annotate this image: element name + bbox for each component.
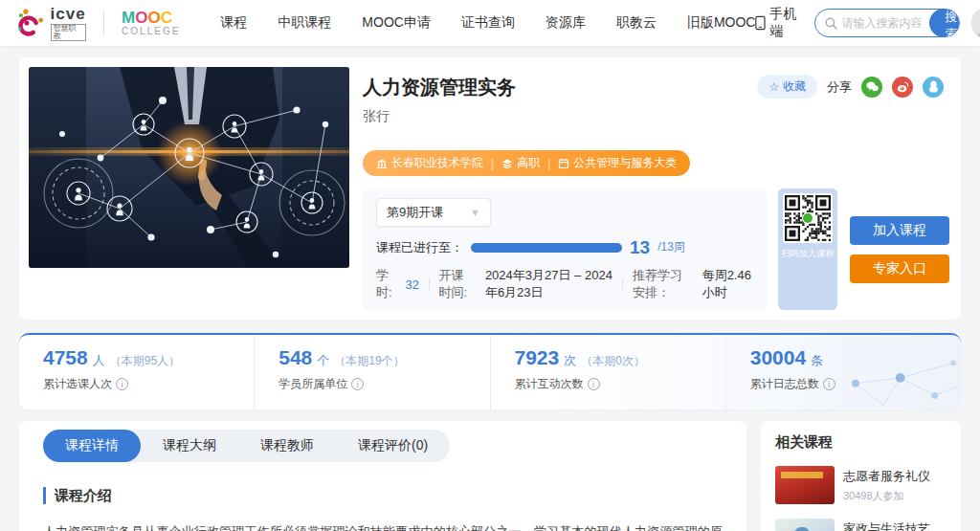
- nav-item-courses[interactable]: 课程: [220, 14, 247, 32]
- mooc-college-subtext: COLLEGE: [122, 27, 180, 36]
- mobile-entry-label: 手机端: [769, 6, 803, 40]
- star-icon: ☆: [768, 80, 779, 94]
- nav-item-mooc-apply[interactable]: MOOC申请: [362, 14, 431, 32]
- expert-entry-button[interactable]: 专家入口: [850, 254, 949, 283]
- info-icon[interactable]: i: [588, 378, 600, 390]
- tab-course-details[interactable]: 课程详情: [43, 430, 141, 462]
- info-icon[interactable]: i: [823, 378, 835, 390]
- icve-logo-icon: [17, 8, 46, 38]
- icve-logo: icve 智慧职教: [17, 6, 86, 41]
- badge-level: 高职: [517, 155, 540, 171]
- course-meta: 学时: 32 开课时间: 2024年3月27日 – 2024年6月23日 推荐学…: [376, 267, 753, 301]
- search-button[interactable]: 搜索: [929, 9, 960, 37]
- icve-logo-text: icve: [51, 6, 87, 22]
- stat-organizations: 548 个 （本期19个） 学员所属单位i: [254, 335, 489, 409]
- course-teacher: 张行: [363, 108, 949, 125]
- join-course-button[interactable]: 加入课程: [850, 216, 949, 245]
- badge-category: 公共管理与服务大类: [573, 155, 677, 171]
- nav-item-resources[interactable]: 资源库: [546, 14, 586, 32]
- share-wechat-icon[interactable]: [861, 77, 882, 98]
- course-plan: 每周2.46小时: [702, 267, 753, 301]
- stat-logs: 30004 条 累计日志总数i: [725, 335, 961, 409]
- category-icon: [558, 158, 569, 169]
- session-dropdown[interactable]: 第9期开课 ▼: [376, 198, 491, 227]
- progress-label: 课程已进行至：: [376, 239, 463, 256]
- search-icon: [815, 17, 837, 30]
- favorite-button[interactable]: ☆ 收藏: [757, 75, 817, 99]
- tab-course-teachers[interactable]: 课程教师: [238, 430, 336, 462]
- nav-item-vocational-cloud[interactable]: 职教云: [616, 14, 657, 32]
- phone-icon: [755, 14, 766, 32]
- intro-section-title: 课程介绍: [43, 487, 723, 504]
- nav-item-certificate[interactable]: 证书查询: [461, 14, 515, 32]
- related-course-item[interactable]: 家政与生活技艺 12327人参加: [775, 519, 947, 531]
- related-course-thumbnail: [775, 466, 835, 504]
- top-navbar: icve 智慧职教 MOOC COLLEGE 课程 中职课程 MOOC申请 证书…: [0, 0, 980, 46]
- icve-logo-subtext: 智慧职教: [51, 24, 87, 41]
- share-qq-icon[interactable]: [923, 77, 944, 98]
- course-stats-card: 4758 人 （本期95人） 累计选课人次i 548 个 （本期19个） 学员所…: [19, 333, 961, 409]
- main-nav: 课程 中职课程 MOOC申请 证书查询 资源库 职教云 旧版MOOC: [220, 14, 755, 32]
- share-label: 分享: [827, 78, 852, 96]
- qr-code: [785, 195, 831, 241]
- course-tabs: 课程详情 课程大纲 课程教师 课程评价(0): [43, 430, 450, 462]
- chevron-down-icon: ▼: [470, 207, 480, 218]
- user-avatar[interactable]: [971, 9, 980, 37]
- related-course-item[interactable]: 志愿者服务礼仪 30498人参加: [775, 466, 947, 504]
- mobile-app-entry[interactable]: 手机端: [755, 6, 803, 40]
- course-time-range: 2024年3月27日 – 2024年6月23日: [485, 267, 612, 301]
- course-progress-bar: [471, 243, 622, 253]
- nav-item-old-mooc[interactable]: 旧版MOOC: [687, 14, 756, 32]
- nav-item-secondary-vocational[interactable]: 中职课程: [278, 14, 331, 32]
- session-panel: 第9期开课 ▼ 课程已进行至： 13 /13周 学时: 32 开课时间:: [363, 188, 767, 310]
- stat-enrollment: 4758 人 （本期95人） 累计选课人次i: [19, 335, 254, 409]
- tab-course-outline[interactable]: 课程大纲: [141, 430, 238, 462]
- course-badge: 长春职业技术学院 | 高职 |: [363, 150, 690, 176]
- course-detail-card: 课程详情 课程大纲 课程教师 课程评价(0) 课程介绍 人力资管理实务是从事企业…: [19, 421, 746, 531]
- share-weibo-icon[interactable]: [892, 77, 913, 98]
- logo-divider: [103, 11, 104, 35]
- info-icon[interactable]: i: [116, 378, 128, 390]
- progress-total: /13周: [657, 239, 685, 255]
- qr-caption: 扫码加入课程: [781, 248, 834, 260]
- mooc-college-logo: MOOC COLLEGE: [122, 10, 180, 36]
- tab-course-reviews[interactable]: 课程评价(0): [336, 430, 450, 462]
- course-title: 人力资源管理实务: [363, 75, 516, 100]
- search-box: 搜索: [814, 9, 960, 37]
- intro-text: 人力资管理实务是从事企业行政管理工作所必须掌握理论和技能要求中的核心部分之一。学…: [43, 520, 723, 531]
- search-input[interactable]: [837, 16, 929, 30]
- stat-interactions: 7923 次 （本期0次） 累计互动次数i: [490, 335, 725, 409]
- course-header-card: 人力资源管理实务 ☆ 收藏 分享: [19, 57, 961, 320]
- badge-school: 长春职业技术学院: [391, 155, 483, 171]
- related-courses-card: 相关课程 志愿者服务礼仪 30498人参加 家政与生活技艺 12327人参加 老…: [761, 421, 961, 531]
- course-hours: 32: [405, 277, 418, 292]
- school-icon: [376, 158, 388, 169]
- progress-current: 13: [630, 238, 650, 256]
- related-courses-title: 相关课程: [775, 433, 947, 452]
- course-hero-image: [29, 67, 349, 268]
- qr-join-card: 扫码加入课程: [778, 188, 837, 310]
- related-course-thumbnail: [775, 519, 835, 531]
- info-icon[interactable]: i: [351, 378, 364, 390]
- site-logo[interactable]: icve 智慧职教 MOOC COLLEGE: [17, 6, 180, 41]
- level-icon: [501, 158, 513, 169]
